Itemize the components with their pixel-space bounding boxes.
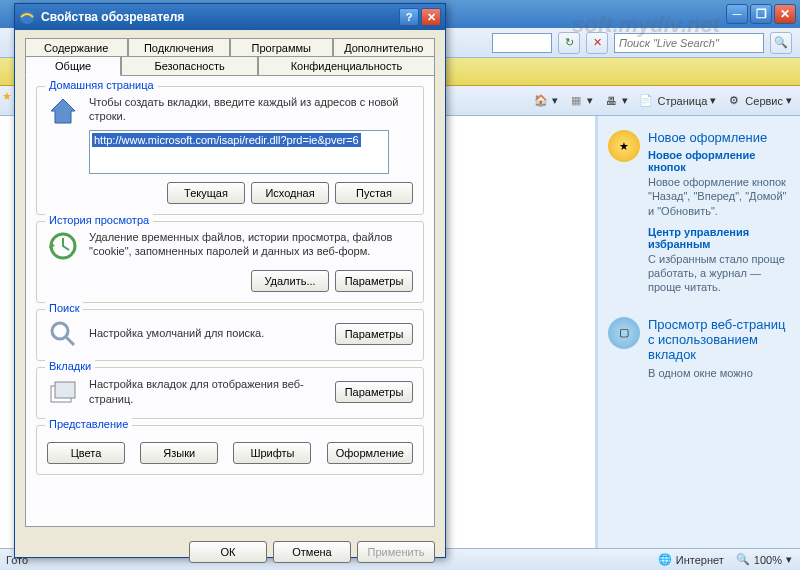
- maximize-button[interactable]: ❐: [750, 4, 772, 24]
- ok-button[interactable]: ОК: [189, 541, 267, 563]
- group-legend: История просмотра: [45, 214, 153, 226]
- history-icon: [47, 230, 79, 262]
- close-button[interactable]: ✕: [774, 4, 796, 24]
- search-icon: 🔍: [774, 36, 788, 49]
- dialog-footer: ОК Отмена Применить: [15, 535, 445, 569]
- use-default-button[interactable]: Исходная: [251, 182, 329, 204]
- feeds-button[interactable]: ▦▾: [568, 93, 593, 109]
- sidebar-title: Просмотр веб-страниц с использованием вк…: [648, 317, 790, 362]
- star-icon: ★: [608, 130, 640, 162]
- group-legend: Представление: [45, 418, 132, 430]
- group-tabs: Вкладки Настройка вкладок для отображени…: [36, 367, 424, 419]
- tab-programs[interactable]: Программы: [230, 38, 333, 57]
- group-legend: Поиск: [45, 302, 83, 314]
- accessibility-button[interactable]: Оформление: [327, 442, 413, 464]
- use-current-button[interactable]: Текущая: [167, 182, 245, 204]
- dialog-close-button[interactable]: ✕: [421, 8, 441, 26]
- search-desc: Настройка умолчаний для поиска.: [89, 326, 325, 340]
- colors-button[interactable]: Цвета: [47, 442, 125, 464]
- svg-rect-4: [55, 382, 75, 398]
- tab-privacy[interactable]: Конфиденциальность: [258, 56, 435, 75]
- sidebar-text: В одном окне можно: [648, 366, 790, 380]
- tabs-icon: [47, 376, 79, 408]
- print-button[interactable]: 🖶▾: [603, 93, 628, 109]
- tab-advanced[interactable]: Дополнительно: [333, 38, 436, 57]
- homepage-desc: Чтобы создать вкладки, введите каждый из…: [89, 95, 413, 124]
- tabs-desc: Настройка вкладок для отображения веб-ст…: [89, 377, 325, 406]
- tab-content[interactable]: Содержание: [25, 38, 128, 57]
- sidebar-head: Новое оформление кнопок: [648, 149, 790, 173]
- search-settings-button[interactable]: Параметры: [335, 323, 413, 345]
- sidebar: ★ Новое оформление Новое оформление кноп…: [595, 116, 800, 548]
- tools-menu[interactable]: ⚙Сервис ▾: [726, 93, 792, 109]
- history-desc: Удаление временных файлов, истории просм…: [89, 230, 413, 259]
- svg-point-2: [52, 323, 68, 339]
- tab-panel-general: Домашняя страница Чтобы создать вкладки,…: [25, 75, 435, 527]
- tab-connections[interactable]: Подключения: [128, 38, 231, 57]
- watermark: soft.mydiv.net: [572, 12, 720, 38]
- history-settings-button[interactable]: Параметры: [335, 270, 413, 292]
- ie-icon: [19, 9, 35, 25]
- zoom-icon: 🔍: [736, 553, 750, 566]
- tab-general[interactable]: Общие: [25, 56, 121, 76]
- page-menu[interactable]: 📄Страница ▾: [638, 93, 716, 109]
- group-legend: Домашняя страница: [45, 79, 158, 91]
- internet-options-dialog: Свойства обозревателя ? ✕ Содержание Под…: [14, 3, 446, 558]
- minimize-button[interactable]: ─: [726, 4, 748, 24]
- group-homepage: Домашняя страница Чтобы создать вкладки,…: [36, 86, 424, 215]
- sidebar-title: Новое оформление: [648, 130, 790, 145]
- gear-icon: ⚙: [726, 93, 742, 109]
- tab-row-top: Содержание Подключения Программы Дополни…: [25, 38, 435, 57]
- tab-row-bottom: Общие Безопасность Конфиденциальность: [25, 56, 435, 75]
- favorites-star-icon[interactable]: ★: [2, 90, 20, 108]
- sidebar-head: Центр управления избранным: [648, 226, 790, 250]
- dialog-title: Свойства обозревателя: [41, 10, 397, 24]
- help-button[interactable]: ?: [399, 8, 419, 26]
- cancel-button[interactable]: Отмена: [273, 541, 351, 563]
- tab-security[interactable]: Безопасность: [121, 56, 258, 75]
- fonts-button[interactable]: Шрифты: [233, 442, 311, 464]
- group-search: Поиск Настройка умолчаний для поиска. Па…: [36, 309, 424, 361]
- sidebar-text: Новое оформление кнопок "Назад", "Вперед…: [648, 175, 790, 218]
- delete-history-button[interactable]: Удалить...: [251, 270, 329, 292]
- tabs-icon: ▢: [608, 317, 640, 349]
- search-go-button[interactable]: 🔍: [770, 32, 792, 54]
- sidebar-item: ▢ Просмотр веб-страниц с использованием …: [608, 317, 790, 388]
- dialog-body: Содержание Подключения Программы Дополни…: [15, 30, 445, 535]
- home-icon: 🏠: [533, 93, 549, 109]
- rss-icon: ▦: [568, 93, 584, 109]
- apply-button[interactable]: Применить: [357, 541, 435, 563]
- homepage-url-input[interactable]: http://www.microsoft.com/isapi/redir.dll…: [89, 130, 389, 174]
- sidebar-item: ★ Новое оформление Новое оформление кноп…: [608, 130, 790, 303]
- search-icon: [47, 318, 79, 350]
- dialog-titlebar[interactable]: Свойства обозревателя ? ✕: [15, 4, 445, 30]
- languages-button[interactable]: Языки: [140, 442, 218, 464]
- tabs-settings-button[interactable]: Параметры: [335, 381, 413, 403]
- status-zone: 🌐Интернет: [658, 553, 724, 566]
- group-legend: Вкладки: [45, 360, 95, 372]
- sidebar-text: С избранным стало проще работать, а журн…: [648, 252, 790, 295]
- group-history: История просмотра Удаление временных фай…: [36, 221, 424, 303]
- home-button[interactable]: 🏠▾: [533, 93, 558, 109]
- globe-icon: 🌐: [658, 553, 672, 566]
- print-icon: 🖶: [603, 93, 619, 109]
- group-appearance: Представление Цвета Языки Шрифты Оформле…: [36, 425, 424, 475]
- home-icon: [47, 95, 79, 127]
- status-zoom[interactable]: 🔍100% ▾: [736, 553, 792, 566]
- page-icon: 📄: [638, 93, 654, 109]
- use-blank-button[interactable]: Пустая: [335, 182, 413, 204]
- address-bar[interactable]: [492, 33, 552, 53]
